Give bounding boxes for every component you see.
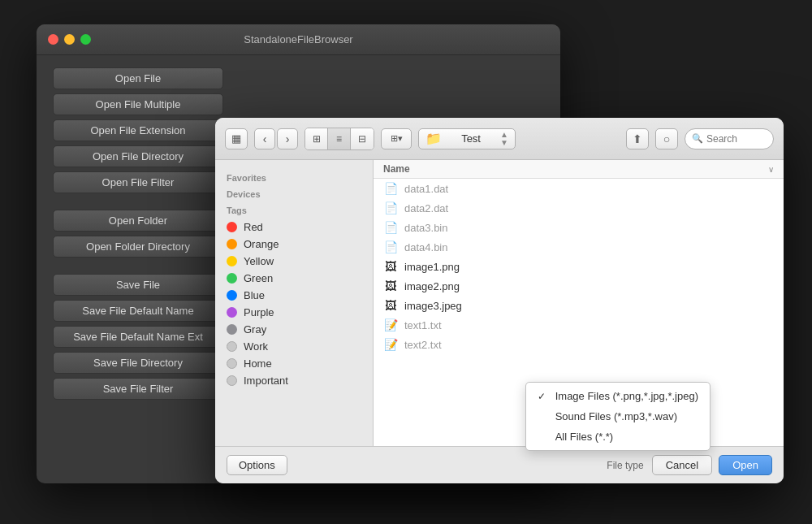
panel-toggle-button[interactable]: ▦: [225, 128, 248, 149]
list-icon: ≡: [336, 133, 342, 145]
orange-tag-dot: [227, 239, 237, 249]
sidebar-tag-green[interactable]: Green: [215, 270, 373, 287]
gallery-icon: ⊞▾: [391, 133, 403, 144]
file-name: image3.jpeg: [404, 300, 462, 312]
save-file-button[interactable]: Save File: [53, 274, 223, 296]
tag-button[interactable]: ○: [655, 128, 678, 149]
file-type-label: File type: [607, 460, 643, 471]
important-tag-label: Important: [244, 375, 288, 387]
panel-icon: ▦: [231, 132, 241, 145]
filetype-dropdown-menu: ✓Image Files (*.png,*.jpg,*.jpeg)Sound F…: [525, 382, 710, 451]
green-tag-label: Green: [244, 272, 273, 284]
file-icon-txt: 📝: [383, 337, 398, 352]
file-list-item[interactable]: 📝text2.txt: [374, 335, 784, 354]
list-view-button[interactable]: ≡: [328, 128, 351, 149]
sidebar-tag-orange[interactable]: Orange: [215, 236, 373, 253]
sidebar-tag-yellow[interactable]: Yellow: [215, 253, 373, 270]
file-list-item[interactable]: 🖼image3.jpeg: [374, 296, 784, 315]
tag-icon: ○: [663, 132, 670, 145]
title-bar: StandaloneFileBrowser: [37, 24, 560, 55]
save-file-filter-button[interactable]: Save File Filter: [53, 378, 223, 400]
forward-button[interactable]: ›: [277, 128, 298, 149]
dialog-sidebar: FavoritesDevicesTagsRedOrangeYellowGreen…: [215, 160, 374, 446]
file-name: text2.txt: [404, 339, 442, 351]
blue-tag-dot: [227, 290, 237, 301]
options-button[interactable]: Options: [227, 455, 287, 475]
save-file-default-name-button[interactable]: Save File Default Name: [53, 300, 223, 322]
sidebar-tag-work[interactable]: Work: [215, 338, 373, 355]
search-icon: 🔍: [692, 133, 703, 144]
open-file-directory-button[interactable]: Open File Directory: [53, 145, 223, 167]
folder-icon: 📁: [425, 131, 442, 146]
dialog-toolbar: ▦ ‹ › ⊞ ≡ ⊟ ⊞▾ 📁 Test: [215, 118, 784, 160]
file-name: data2.dat: [404, 202, 448, 214]
home-tag-dot: [227, 358, 237, 369]
sidebar-tag-home[interactable]: Home: [215, 355, 373, 372]
open-file-multiple-button[interactable]: Open File Multiple: [53, 93, 223, 115]
file-dialog: ▦ ‹ › ⊞ ≡ ⊟ ⊞▾ 📁 Test: [215, 118, 784, 483]
open-folder-directory-button[interactable]: Open Folder Directory: [53, 236, 223, 258]
file-list-item[interactable]: 🖼image1.png: [374, 257, 784, 276]
sidebar-tag-blue[interactable]: Blue: [215, 287, 373, 304]
back-button[interactable]: ‹: [254, 128, 275, 149]
gallery-view-button[interactable]: ⊞▾: [381, 128, 412, 149]
sidebar-tag-important[interactable]: Important: [215, 372, 373, 389]
share-button[interactable]: ⬆: [626, 128, 649, 149]
red-tag-label: Red: [244, 221, 263, 233]
search-input[interactable]: [706, 133, 771, 145]
dialog-action-buttons: Cancel Open: [652, 455, 772, 475]
file-list-item[interactable]: 📝text1.txt: [374, 315, 784, 335]
back-icon: ‹: [263, 132, 267, 145]
folder-name-label: Test: [461, 132, 481, 145]
yellow-tag-label: Yellow: [244, 255, 274, 267]
file-icon-dat: 📄: [383, 181, 398, 196]
sidebar-tag-purple[interactable]: Purple: [215, 304, 373, 321]
open-folder-button[interactable]: Open Folder: [53, 210, 223, 232]
open-file-filter-button[interactable]: Open File Filter: [53, 171, 223, 193]
filetype-option[interactable]: Sound Files (*.mp3,*.wav): [526, 406, 710, 427]
open-file-button[interactable]: Open File: [53, 67, 223, 89]
file-list-item[interactable]: 🖼image2.png: [374, 276, 784, 296]
close-button[interactable]: [48, 34, 58, 45]
minimize-button[interactable]: [64, 34, 75, 45]
folder-arrows-icon: ▲ ▼: [500, 131, 508, 147]
checkmark-icon: ✓: [538, 391, 549, 402]
save-file-directory-button[interactable]: Save File Directory: [53, 352, 223, 374]
share-icon: ⬆: [633, 132, 642, 145]
cancel-button[interactable]: Cancel: [652, 455, 712, 475]
file-name: data1.dat: [404, 183, 448, 195]
sidebar-tag-red[interactable]: Red: [215, 219, 373, 236]
file-icon-png: 🖼: [383, 279, 398, 293]
columns-icon: ⊟: [358, 133, 366, 145]
file-list-item[interactable]: 📄data3.bin: [374, 218, 784, 237]
file-list-item[interactable]: 📄data2.dat: [374, 198, 784, 218]
open-button[interactable]: Open: [719, 455, 772, 475]
file-name: image1.png: [404, 261, 460, 273]
column-view-button[interactable]: ⊟: [351, 128, 374, 149]
action-buttons: ⬆ ○: [626, 128, 678, 149]
filetype-option[interactable]: ✓Image Files (*.png,*.jpg,*.jpeg): [526, 386, 710, 406]
open-file-extension-button[interactable]: Open File Extension: [53, 119, 223, 141]
search-box[interactable]: 🔍: [685, 128, 774, 149]
red-tag-dot: [227, 222, 237, 232]
file-name: text1.txt: [404, 319, 442, 331]
file-list-item[interactable]: 📄data4.bin: [374, 237, 784, 257]
purple-tag-dot: [227, 307, 237, 318]
filetype-option[interactable]: All Files (*.*): [526, 427, 710, 447]
folder-selector[interactable]: 📁 Test ▲ ▼: [418, 128, 516, 149]
save-file-default-name-ext-button[interactable]: Save File Default Name Ext: [53, 326, 223, 348]
nav-buttons: ‹ ›: [254, 128, 298, 149]
file-name: image2.png: [404, 280, 460, 292]
important-tag-dot: [227, 375, 237, 386]
grid-view-button[interactable]: ⊞: [305, 128, 328, 149]
gray-tag-dot: [227, 324, 237, 335]
file-icon-png: 🖼: [383, 259, 398, 274]
sort-arrow-icon: ∨: [768, 165, 774, 174]
dialog-footer: Options File type Cancel Open: [215, 446, 784, 483]
file-list-item[interactable]: 📄data1.dat: [374, 179, 784, 198]
sidebar-tag-gray[interactable]: Gray: [215, 321, 373, 338]
file-name: data3.bin: [404, 222, 448, 234]
sidebar-section-tags: Tags: [215, 202, 373, 219]
maximize-button[interactable]: [80, 34, 91, 45]
column-name-header: Name: [383, 163, 768, 175]
